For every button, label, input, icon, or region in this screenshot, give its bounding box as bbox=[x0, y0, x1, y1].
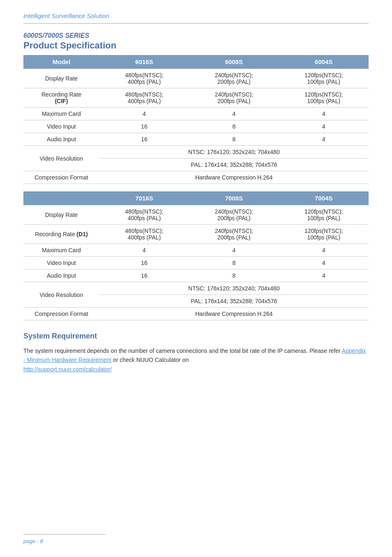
val-videoinput-6008s: 8 bbox=[189, 120, 279, 133]
system-req-text-middle: or check NUUO Calculator on bbox=[111, 357, 189, 363]
row-video-res-ntsc-6000: Video Resolution NTSC: 176x120; 352x240;… bbox=[23, 146, 369, 159]
row-recording-rate-6000: Recording Rate(CIF) 480fps(NTSC);400fps … bbox=[23, 88, 369, 108]
row-audio-input-7000: Audio Input 16 8 4 bbox=[23, 269, 369, 282]
footer-divider bbox=[23, 534, 106, 535]
label-video-res-7000: Video Resolution bbox=[23, 282, 99, 308]
val-display-7004s: 120fps(NTSC);100fps (PAL) bbox=[279, 205, 369, 225]
row-max-card-7000: Maximum Card 4 4 4 bbox=[23, 244, 369, 257]
val-audioinput-6016s: 16 bbox=[99, 133, 189, 146]
val-video-res-pal-7000: PAL: 176x144; 352x288; 704x576 bbox=[99, 295, 369, 308]
val-audioinput-6004s: 4 bbox=[279, 133, 369, 146]
header-section: Intelligent Surveillance Solution bbox=[23, 12, 369, 24]
val-maxcard-7016s: 4 bbox=[99, 244, 189, 257]
system-req-paragraph: The system requirement depends on the nu… bbox=[23, 346, 369, 374]
label-recording-rate-6000: Recording Rate(CIF) bbox=[23, 88, 99, 108]
val-videoinput-7004s: 4 bbox=[279, 257, 369, 269]
row-recording-rate-7000: Recording Rate (D1) 480fps(NTSC);400fps … bbox=[23, 225, 369, 244]
val-maxcard-6008s: 4 bbox=[189, 108, 279, 120]
col-7016s: 7016S bbox=[99, 191, 189, 205]
val-maxcard-7008s: 4 bbox=[189, 244, 279, 257]
val-audioinput-6008s: 8 bbox=[189, 133, 279, 146]
label-max-card-6000: Maximum Card bbox=[23, 108, 99, 120]
label-display-rate-7000: Display Rate bbox=[23, 205, 99, 225]
row-video-input-7000: Video Input 16 8 4 bbox=[23, 257, 369, 269]
val-videoinput-6004s: 4 bbox=[279, 120, 369, 133]
table-header-row-6000: Model 6016S 6008S 6004S bbox=[23, 55, 369, 69]
val-recording-7016s: 480fps(NTSC);400fps (PAL) bbox=[99, 225, 189, 244]
val-recording-7008s: 240fps(NTSC);200fps (PAL) bbox=[189, 225, 279, 244]
val-maxcard-6004s: 4 bbox=[279, 108, 369, 120]
series-title: 6000S/7000S SERIES bbox=[23, 32, 369, 39]
val-audioinput-7008s: 8 bbox=[189, 269, 279, 282]
label-audio-input-7000: Audio Input bbox=[23, 269, 99, 282]
col-7008s: 7008S bbox=[189, 191, 279, 205]
val-display-6008s: 240fps(NTSC);200fps (PAL) bbox=[189, 69, 279, 88]
row-compression-6000: Compression Format Hardware Compression … bbox=[23, 171, 369, 184]
row-max-card-6000: Maximum Card 4 4 4 bbox=[23, 108, 369, 120]
label-audio-input-6000: Audio Input bbox=[23, 133, 99, 146]
brand-link[interactable]: Intelligent Surveillance Solution bbox=[23, 12, 109, 19]
col-7004s: 7004S bbox=[279, 191, 369, 205]
val-recording-6008s: 240fps(NTSC);200fps (PAL) bbox=[189, 88, 279, 108]
table-7000s: 7016S 7008S 7004S Display Rate 480fps(NT… bbox=[23, 191, 369, 320]
label-max-card-7000: Maximum Card bbox=[23, 244, 99, 257]
val-videoinput-7008s: 8 bbox=[189, 257, 279, 269]
page-container: Intelligent Surveillance Solution 6000S/… bbox=[0, 0, 392, 557]
val-display-7008s: 240fps(NTSC);200fps (PAL) bbox=[189, 205, 279, 225]
system-req-title: System Requirement bbox=[23, 332, 369, 341]
calculator-link[interactable]: http://support.nuuo.com/calculator/ bbox=[23, 366, 112, 373]
col-model-7000 bbox=[23, 191, 99, 205]
label-video-res-6000: Video Resolution bbox=[23, 146, 99, 171]
label-video-input-7000: Video Input bbox=[23, 257, 99, 269]
val-video-res-pal-6000: PAL: 176x144; 352x288; 704x576 bbox=[99, 159, 369, 171]
row-video-input-6000: Video Input 16 8 4 bbox=[23, 120, 369, 133]
row-display-rate-7000: Display Rate 480fps(NTSC);400fps (PAL) 2… bbox=[23, 205, 369, 225]
val-audioinput-7016s: 16 bbox=[99, 269, 189, 282]
row-video-res-ntsc-7000: Video Resolution NTSC: 176x120; 352x240;… bbox=[23, 282, 369, 295]
product-spec-title: Product Specification bbox=[23, 40, 369, 51]
col-6016s: 6016S bbox=[99, 55, 189, 69]
val-videoinput-6016s: 16 bbox=[99, 120, 189, 133]
col-model-6000: Model bbox=[23, 55, 99, 69]
row-display-rate-6000: Display Rate 480fps(NTSC);400fps (PAL) 2… bbox=[23, 69, 369, 88]
val-video-res-ntsc-6000: NTSC: 176x120; 352x240; 704x480 bbox=[99, 146, 369, 159]
label-compression-7000: Compression Format bbox=[23, 308, 99, 320]
val-display-6016s: 480fps(NTSC);400fps (PAL) bbox=[99, 69, 189, 88]
col-6008s: 6008S bbox=[189, 55, 279, 69]
val-maxcard-7004s: 4 bbox=[279, 244, 369, 257]
system-req-text-before: The system requirement depends on the nu… bbox=[23, 348, 342, 354]
val-display-7016s: 480fps(NTSC);400fps (PAL) bbox=[99, 205, 189, 225]
val-compression-7000: Hardware Compression H.264 bbox=[99, 308, 369, 320]
val-display-6004s: 120fps(NTSC);100fps (PAL) bbox=[279, 69, 369, 88]
val-recording-7004s: 120fps(NTSC);100fps (PAL) bbox=[279, 225, 369, 244]
row-audio-input-6000: Audio Input 16 8 4 bbox=[23, 133, 369, 146]
row-compression-7000: Compression Format Hardware Compression … bbox=[23, 308, 369, 320]
label-compression-6000: Compression Format bbox=[23, 171, 99, 184]
val-compression-6000: Hardware Compression H.264 bbox=[99, 171, 369, 184]
label-display-rate-6000: Display Rate bbox=[23, 69, 99, 88]
footer: page - 8 bbox=[23, 534, 369, 545]
label-video-input-6000: Video Input bbox=[23, 120, 99, 133]
table-header-row-7000: 7016S 7008S 7004S bbox=[23, 191, 369, 205]
label-recording-rate-7000: Recording Rate (D1) bbox=[23, 225, 99, 244]
val-recording-6004s: 120fps(NTSC);100fps (PAL) bbox=[279, 88, 369, 108]
page-number: page - 8 bbox=[23, 538, 43, 544]
col-6004s: 6004S bbox=[279, 55, 369, 69]
val-maxcard-6016s: 4 bbox=[99, 108, 189, 120]
val-recording-6016s: 480fps(NTSC);400fps (PAL) bbox=[99, 88, 189, 108]
table-6000s: Model 6016S 6008S 6004S Display Rate 480… bbox=[23, 55, 369, 184]
val-video-res-ntsc-7000: NTSC: 176x120; 352x240; 704x480 bbox=[99, 282, 369, 295]
val-audioinput-7004s: 4 bbox=[279, 269, 369, 282]
val-videoinput-7016s: 16 bbox=[99, 257, 189, 269]
